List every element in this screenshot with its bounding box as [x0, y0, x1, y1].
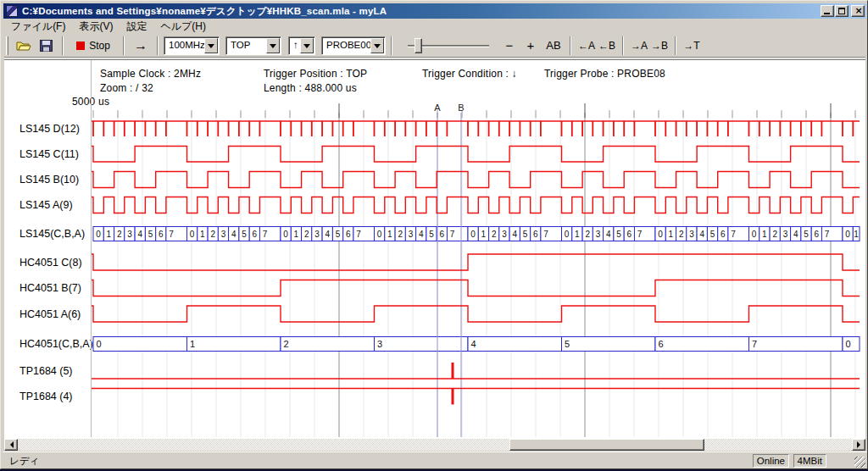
menu-bar: ファイル(F) 表示(V) 設定 ヘルプ(H) — [4, 19, 865, 33]
zoom-out-button[interactable]: − — [501, 36, 518, 56]
toolbar-separator — [157, 36, 159, 55]
chevron-down-icon[interactable] — [266, 38, 280, 53]
channel-label: LS145 C(11) — [19, 148, 79, 160]
arrow-right-icon — [857, 441, 864, 448]
trigger-position-info: Trigger Position : TOP — [264, 68, 367, 80]
save-floppy-icon — [40, 40, 53, 52]
chevron-down-icon[interactable] — [300, 38, 314, 53]
channel-label: HC4051 B(7) — [19, 282, 81, 294]
chevron-down-icon[interactable] — [204, 38, 218, 53]
length-info: Length : 488.000 us — [264, 82, 357, 94]
arrow-left-icon — [7, 441, 14, 448]
toolbar-separator — [570, 36, 571, 55]
scroll-right-button[interactable] — [852, 439, 865, 451]
cursor-b-left-button[interactable]: ←B — [597, 36, 617, 56]
menu-view[interactable]: 表示(V) — [72, 19, 120, 35]
toolbar-separator — [675, 36, 676, 55]
status-ready-text: レディ — [9, 455, 39, 468]
sample-clock-select[interactable]: 100MHz — [164, 36, 220, 55]
toolbar-separator — [622, 36, 624, 55]
menu-file[interactable]: ファイル(F) — [4, 19, 72, 35]
run-button[interactable]: → — [130, 36, 152, 56]
channel-label: LS145 D(12) — [19, 123, 80, 135]
scrollbar-thumb[interactable] — [509, 439, 704, 451]
sample-clock-info: Sample Clock : 2MHz — [100, 68, 201, 80]
status-online-badge: Online — [753, 454, 789, 468]
probe-select[interactable]: PROBE00 — [321, 36, 386, 55]
zoom-info: Zoom : / 32 — [100, 82, 153, 94]
cursor-a-right-button[interactable]: →A — [629, 36, 649, 56]
status-memory-badge: 4MBit — [793, 454, 826, 468]
zoom-slider[interactable] — [404, 36, 492, 56]
stop-button[interactable]: Stop — [69, 36, 118, 56]
app-icon — [6, 5, 18, 17]
save-button[interactable] — [35, 36, 57, 56]
status-bar: レディ Online 4MBit — [3, 452, 867, 468]
toolbar-grip — [6, 36, 8, 55]
close-icon: × — [852, 5, 865, 16]
trigger-edge-select[interactable]: ↑ — [288, 36, 315, 55]
close-button[interactable]: × — [851, 5, 865, 17]
channel-label: LS145 A(9) — [19, 199, 73, 211]
cursor-b-right-button[interactable]: →B — [649, 36, 670, 56]
channel-label: HC4051 C(8) — [19, 257, 82, 269]
open-folder-icon — [16, 40, 31, 52]
channel-label: LS145(C,B,A) — [19, 228, 85, 240]
maximize-button[interactable] — [835, 5, 849, 17]
channel-label: TP1684 (5) — [19, 365, 73, 377]
trigger-condition-info: Trigger Condition : ↓ — [422, 68, 517, 80]
stop-icon — [76, 42, 85, 50]
scroll-left-button[interactable] — [4, 439, 18, 451]
resize-grip[interactable] — [854, 457, 865, 468]
toolbar-separator — [123, 36, 125, 55]
title-bar: C:¥Documents and Settings¥noname¥デスクトップ¥… — [3, 3, 866, 19]
trigger-probe-info: Trigger Probe : PROBE08 — [544, 68, 665, 80]
cursor-a-left-button[interactable]: ←A — [576, 36, 597, 56]
chevron-down-icon[interactable] — [370, 38, 384, 53]
open-file-button[interactable] — [13, 36, 35, 56]
goto-trigger-button[interactable]: →T — [682, 36, 702, 56]
horizontal-scrollbar[interactable] — [4, 439, 865, 451]
minimize-icon — [824, 13, 830, 14]
channel-label: TP1684 (4) — [19, 391, 73, 402]
trigger-position-select[interactable]: TOP — [225, 36, 281, 55]
toolbar: Stop → 100MHz TOP ↑ PROBE00 − + AB ←A — [4, 33, 865, 58]
app-window: C:¥Documents and Settings¥noname¥デスクトップ¥… — [0, 0, 868, 469]
channel-label: HC4051(C,B,A) — [19, 338, 93, 350]
zoom-ab-button[interactable]: AB — [542, 36, 565, 56]
slider-thumb[interactable] — [415, 38, 422, 53]
waveform-area[interactable] — [92, 103, 862, 438]
toolbar-separator — [391, 36, 392, 55]
zoom-in-button[interactable]: + — [522, 36, 539, 56]
menu-help[interactable]: ヘルプ(H) — [153, 19, 213, 35]
channel-label: LS145 B(10) — [19, 174, 79, 186]
maximize-icon — [838, 8, 845, 14]
channel-label: HC4051 A(6) — [19, 308, 81, 320]
menu-settings[interactable]: 設定 — [120, 19, 153, 35]
window-title: C:¥Documents and Settings¥noname¥デスクトップ¥… — [22, 5, 387, 18]
toolbar-separator — [62, 36, 64, 55]
minimize-button[interactable] — [821, 5, 834, 17]
